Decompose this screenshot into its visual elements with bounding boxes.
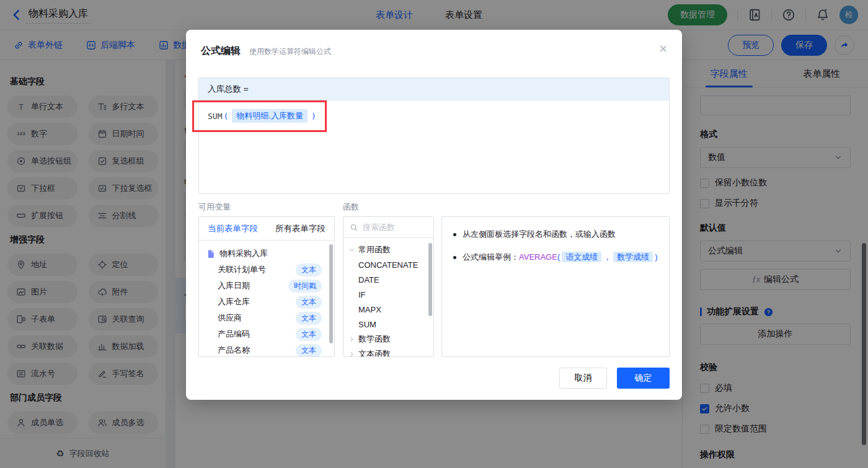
search-icon [350,223,358,232]
formula-fn-name: SUM [208,112,222,121]
variables-scrollbar[interactable] [329,244,333,343]
function-item-SUM[interactable]: SUM [343,317,433,332]
help-bullet-1: 从左侧面板选择字段名和函数，或输入函数 [453,228,658,241]
variable-field-row[interactable]: 供应商文本 [199,310,334,326]
variables-tab-current-form[interactable]: 当前表单字段 [199,217,267,240]
modal-header: 公式编辑 使用数学运算符编辑公式 × [186,30,682,58]
formula-target: 入库总数 = [199,78,669,100]
example-fn-name: AVERAGE [519,252,557,262]
function-group-name: 常用函数 [358,244,391,255]
chevron-right-icon [348,351,355,358]
variables-list: 物料采购入库关联计划单号文本入库日期时间戳入库仓库文本供应商文本产品编码文本产品… [199,241,334,357]
variables-label: 可用变量 [198,201,343,213]
variable-type-badge: 文本 [296,296,322,309]
variables-tabs: 当前表单字段所有表单字段 [199,217,334,241]
variable-field-name: 产品名称 [218,345,296,356]
variable-field-row[interactable]: 入库仓库文本 [199,294,334,310]
variable-type-badge: 文本 [296,312,322,325]
chevron-right-icon [348,336,355,343]
functions-label: 函数 [343,201,359,213]
variable-field-row[interactable]: 产品名称文本 [199,342,334,357]
function-item-IF[interactable]: IF [343,287,433,302]
functions-scrollbar[interactable] [428,243,432,316]
cancel-button[interactable]: 取消 [559,368,607,389]
help-example: 公式编辑举例：AVERAGE(语文成绩，数学成绩) [463,251,658,263]
variable-type-badge: 时间戳 [288,280,322,293]
panel-labels: 可用变量 函数 [198,201,670,213]
example-field-token: 数学成绩 [613,252,653,262]
form-doc-icon [206,249,216,258]
variable-type-badge: 文本 [296,328,322,341]
chevron-down-icon [348,247,355,254]
variables-panel: 当前表单字段所有表单字段 物料采购入库关联计划单号文本入库日期时间戳入库仓库文本… [198,216,335,357]
formula-help-panel: 从左侧面板选择字段名和函数，或输入函数 公式编辑举例：AVERAGE(语文成绩，… [441,216,670,357]
variables-tab-all-forms[interactable]: 所有表单字段 [267,217,334,240]
function-item-CONCATENATE[interactable]: CONCATENATE [343,257,433,272]
functions-panel: 搜索函数 常用函数CONCATENATEDATEIFMAPXSUM数学函数文本函… [343,216,434,357]
function-group-row[interactable]: 文本函数 [343,347,433,357]
modal-footer: 取消 确定 [186,368,682,400]
function-group-name: 文本函数 [358,348,391,357]
function-group-row[interactable]: 数学函数 [343,332,433,347]
variable-field-name: 入库日期 [218,280,288,291]
modal-title: 公式编辑 [201,45,241,58]
confirm-button[interactable]: 确定 [617,368,670,389]
bullet-dot [453,233,456,236]
formula-expression: SUM(物料明细.入库数量) [208,109,660,123]
variable-field-name: 供应商 [218,312,296,324]
help-bullet-2: 公式编辑举例：AVERAGE(语文成绩，数学成绩) [453,251,658,263]
variable-field-name: 入库仓库 [218,296,296,307]
function-search-placeholder: 搜索函数 [363,222,395,233]
variable-type-badge: 文本 [296,344,322,357]
formula-field-token[interactable]: 物料明细.入库数量 [232,109,308,123]
variable-field-row[interactable]: 入库日期时间戳 [199,278,334,294]
formula-editor: 入库总数 = SUM(物料明细.入库数量) [198,77,670,194]
formula-input-area[interactable]: SUM(物料明细.入库数量) [199,100,669,193]
example-field-token: 语文成绩 [562,252,601,262]
function-group-name: 数学函数 [358,333,391,345]
variables-root-node[interactable]: 物料采购入库 [199,245,334,262]
functions-list: 常用函数CONCATENATEDATEIFMAPXSUM数学函数文本函数 [343,238,433,357]
function-item-MAPX[interactable]: MAPX [343,302,433,317]
bullet-dot [453,256,456,259]
modal-subtitle: 使用数学运算符编辑公式 [249,46,331,57]
function-group-row[interactable]: 常用函数 [343,242,433,257]
variable-field-row[interactable]: 关联计划单号文本 [199,262,334,278]
variable-type-badge: 文本 [296,263,322,276]
function-search-input[interactable]: 搜索函数 [343,217,433,238]
variable-field-row[interactable]: 产品编码文本 [199,326,334,342]
formula-editor-modal: 公式编辑 使用数学运算符编辑公式 × 入库总数 = SUM(物料明细.入库数量)… [186,30,682,400]
variable-field-name: 关联计划单号 [218,264,296,275]
function-item-DATE[interactable]: DATE [343,272,433,287]
variables-root-name: 物料采购入库 [219,248,327,259]
variable-field-name: 产品编码 [218,329,296,340]
close-icon[interactable]: × [659,42,667,56]
